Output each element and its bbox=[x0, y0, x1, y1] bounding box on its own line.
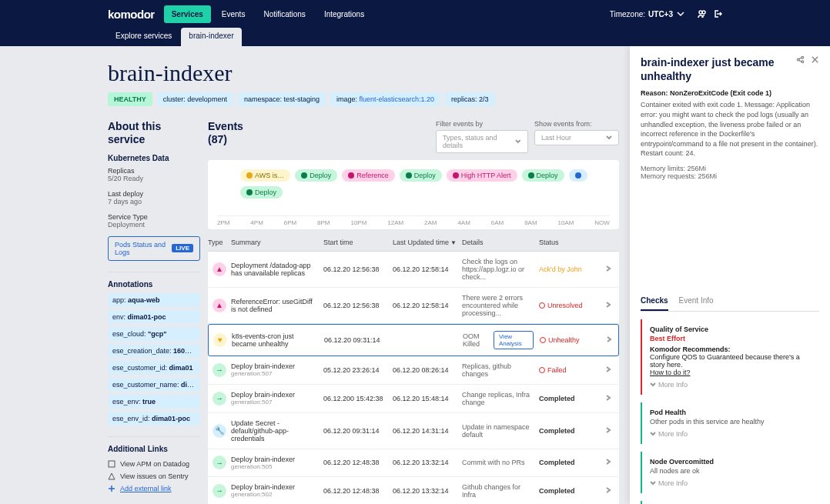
row-type-icon: → bbox=[213, 392, 226, 406]
check-card: Spec ChangesNo changes found in the last… bbox=[641, 501, 819, 504]
service-tabs: Explore services brain-indexer bbox=[0, 28, 830, 46]
nav-services[interactable]: Services bbox=[164, 5, 211, 23]
memory-requests: Memory requests: 256Mi bbox=[641, 172, 819, 180]
row-type-icon: → bbox=[213, 456, 226, 469]
row-type-icon: ♥ bbox=[213, 333, 227, 347]
main-nav: Services Events Notifications Integratio… bbox=[164, 5, 372, 23]
row-type-icon: ▲ bbox=[213, 299, 226, 312]
table-row[interactable]: →Deploy brain-indexergeneration:50506.12… bbox=[208, 449, 619, 477]
more-info-toggle[interactable]: More Info bbox=[650, 430, 812, 438]
timeline-chip[interactable]: Deploy bbox=[522, 169, 564, 182]
table-row[interactable]: →Deploy brain-indexergeneration:50706.12… bbox=[208, 385, 619, 413]
link-datadog[interactable]: View APM on Datadog bbox=[108, 458, 200, 470]
health-badge: HEALTHY bbox=[108, 92, 152, 106]
show-from-dropdown[interactable]: Last Hour bbox=[534, 130, 619, 145]
annotation: ese_customer_id: dima01 bbox=[108, 361, 200, 375]
table-header: Type Summary Start time Last Updated tim… bbox=[208, 234, 619, 252]
annotation: app: aqua-web bbox=[108, 293, 200, 307]
logout-icon[interactable] bbox=[713, 9, 722, 18]
chevron-down-icon bbox=[676, 9, 685, 18]
events-count: (87) bbox=[208, 133, 243, 146]
k8s-data-title: Kubernetes Data bbox=[108, 154, 200, 162]
chevron-right-icon bbox=[605, 459, 611, 465]
annotation: ese_cloud: "gcp" bbox=[108, 327, 200, 341]
logo: komodor bbox=[108, 8, 155, 21]
row-type-icon: ▲ bbox=[213, 262, 226, 276]
table-row[interactable]: ♥k8s-events-cron just became unhealthy06… bbox=[208, 324, 619, 356]
page-title: brain-indexer bbox=[108, 60, 625, 86]
cluster-badge: cluster: development bbox=[157, 92, 233, 106]
svg-rect-2 bbox=[109, 461, 115, 467]
reason-text: Container exited with exit code 1. Messa… bbox=[641, 100, 819, 159]
row-type-icon: 🔧 bbox=[213, 424, 226, 438]
table-row[interactable]: →Deploy brain-indexergeneration:50705.12… bbox=[208, 356, 619, 385]
top-bar: komodor Services Events Notifications In… bbox=[0, 0, 830, 28]
tab-service[interactable]: brain-indexer bbox=[181, 28, 241, 46]
replicas-badge: replicas: 2/3 bbox=[445, 92, 495, 106]
annotation: env: dima01-poc bbox=[108, 310, 200, 324]
timeline-card: AWS is…DeployReferenceDeployHigh HTTP Al… bbox=[208, 160, 619, 229]
nav-notifications[interactable]: Notifications bbox=[256, 5, 313, 23]
chevron-right-icon bbox=[605, 366, 611, 372]
chevron-right-icon bbox=[605, 395, 611, 401]
table-row[interactable]: 🔧Update Secret - default/github-app-cred… bbox=[208, 413, 619, 449]
filter-label: Filter events by bbox=[436, 120, 528, 128]
tab-explore[interactable]: Explore services bbox=[108, 28, 179, 46]
filter-types-dropdown[interactable]: Types, status and details bbox=[436, 130, 528, 153]
timeline-chip[interactable] bbox=[569, 169, 587, 182]
chevron-right-icon bbox=[606, 336, 612, 342]
timeline-chip[interactable]: Deploy bbox=[400, 169, 442, 182]
table-row[interactable]: ▲Deployment /datadog-app has unavailable… bbox=[208, 252, 619, 288]
panel-tabs: Checks Event Info bbox=[641, 292, 819, 312]
reason-title: Reason: NonZeroExitCode (Exit code 1) bbox=[641, 89, 819, 97]
image-badge: image: fluent-elasticsearch:1.20 bbox=[330, 92, 440, 106]
check-card: Node OvercomittedAll nodes are okMore In… bbox=[641, 452, 819, 493]
row-type-icon: → bbox=[213, 363, 226, 377]
panel-title: brain-indexer just became unhealthy bbox=[641, 55, 796, 83]
chevron-right-icon bbox=[605, 302, 611, 308]
tab-checks[interactable]: Checks bbox=[641, 292, 668, 311]
users-icon[interactable] bbox=[698, 9, 707, 18]
add-external-link[interactable]: Add external link bbox=[108, 482, 200, 495]
svg-point-1 bbox=[702, 11, 705, 14]
view-analysis-button[interactable]: View Analysis bbox=[494, 331, 534, 349]
table-row[interactable]: →Deploy brain-indexergeneration:50206.12… bbox=[208, 477, 619, 504]
events-title: Events bbox=[208, 120, 243, 133]
link-sentry[interactable]: View issues on Sentry bbox=[108, 470, 200, 482]
about-title: About this service bbox=[108, 120, 200, 146]
timeline-chip[interactable]: Reference bbox=[342, 169, 395, 182]
pods-status-button[interactable]: Pods Status and Logs LIVE bbox=[108, 236, 200, 261]
sort-down-icon[interactable]: ▼ bbox=[450, 239, 457, 246]
row-type-icon: → bbox=[213, 484, 226, 498]
annotations-list: app: aqua-webenv: dima01-pocese_cloud: "… bbox=[108, 293, 200, 426]
annotation: ese_env_id: dima01-poc bbox=[108, 412, 200, 426]
more-info-toggle[interactable]: More Info bbox=[650, 479, 812, 487]
live-badge: LIVE bbox=[172, 244, 193, 252]
annotation: ese_customer_name: dima bbox=[108, 378, 200, 392]
chevron-right-icon bbox=[605, 487, 611, 493]
timeline-chip[interactable]: Deploy bbox=[240, 186, 283, 199]
memory-limits: Memory limits: 256Mi bbox=[641, 165, 819, 172]
table-row[interactable]: ▲ReferenceError: useGitDiff is not defin… bbox=[208, 288, 619, 324]
show-from-label: Show events from: bbox=[534, 120, 619, 128]
timeline-axis: 2PM4PM6PM8PM10PM12AM2AM4AM6AM8AM10AMNOW bbox=[217, 215, 610, 226]
check-card: Quality of ServiceBest EffortKomodor Rec… bbox=[641, 319, 819, 395]
chevron-right-icon bbox=[605, 427, 611, 433]
timeline-chip[interactable]: High HTTP Alert bbox=[447, 169, 517, 182]
annotations-title: Annotations bbox=[108, 280, 200, 289]
nav-events[interactable]: Events bbox=[214, 5, 253, 23]
namespace-badge: namespace: test-staging bbox=[238, 92, 326, 106]
timeline-chip[interactable]: Deploy bbox=[295, 169, 337, 182]
more-info-toggle[interactable]: More Info bbox=[650, 381, 812, 389]
close-icon[interactable] bbox=[811, 55, 819, 64]
service-badges: HEALTHY cluster: development namespace: … bbox=[108, 92, 625, 106]
nav-integrations[interactable]: Integrations bbox=[316, 5, 372, 23]
chevron-right-icon bbox=[605, 265, 611, 272]
timezone[interactable]: Timezone: UTC+3 bbox=[610, 9, 722, 18]
annotation: ese_env: true bbox=[108, 395, 200, 409]
timeline-chip[interactable]: AWS is… bbox=[240, 169, 290, 182]
detail-panel: brain-indexer just became unhealthy Reas… bbox=[630, 46, 830, 504]
annotation: ese_creation_date: 16014... bbox=[108, 344, 200, 358]
share-icon[interactable] bbox=[796, 55, 805, 64]
tab-event-info[interactable]: Event Info bbox=[679, 292, 714, 311]
